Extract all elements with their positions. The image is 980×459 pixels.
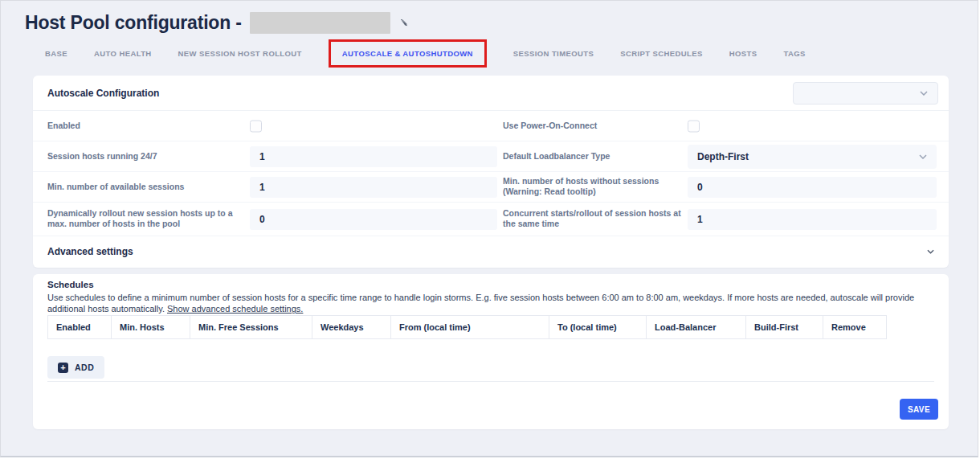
col-build-first: Build-First: [746, 316, 823, 339]
tab-auto-health[interactable]: AUTO HEALTH: [94, 49, 152, 58]
default-loadbalancer-type-select[interactable]: Depth-First: [688, 145, 937, 169]
tab-session-timeouts[interactable]: SESSION TIMEOUTS: [513, 49, 594, 58]
session-hosts-247-input[interactable]: [250, 146, 497, 167]
min-available-sessions-label: Min. number of available sessions: [47, 182, 242, 193]
form-row-min-available-sessions: Min. number of available sessions Min. n…: [33, 172, 949, 203]
plus-icon: +: [58, 363, 68, 373]
page-title: Host Pool configuration -: [25, 12, 242, 34]
form-row-dynamic-rollout: Dynamically rollout new session hosts up…: [33, 203, 949, 236]
dynamic-rollout-label: Dynamically rollout new session hosts up…: [47, 208, 242, 230]
col-load-balancer: Load-Balancer: [647, 316, 746, 339]
dynamic-rollout-input[interactable]: [250, 209, 497, 230]
col-weekdays: Weekdays: [312, 316, 391, 339]
redacted-hostpool-name: [250, 12, 390, 34]
concurrent-starts-control: [688, 209, 937, 230]
min-hosts-without-sessions-control: [688, 177, 937, 198]
use-power-on-connect-control: [688, 120, 937, 132]
autoscale-profile-select[interactable]: [793, 82, 938, 105]
enabled-control: [250, 120, 497, 132]
show-advanced-schedule-settings-link[interactable]: Show advanced schedule settings.: [167, 304, 303, 314]
chevron-down-icon: [919, 154, 927, 159]
advanced-settings-title: Advanced settings: [47, 246, 133, 257]
advanced-settings-toggle[interactable]: Advanced settings: [33, 236, 949, 267]
save-button[interactable]: SAVE: [900, 399, 938, 420]
autoscale-card-header: Autoscale Configuration: [33, 76, 949, 111]
use-power-on-connect-checkbox[interactable]: [688, 120, 700, 132]
schedules-table: Enabled Min. Hosts Min. Free Sessions We…: [47, 315, 887, 339]
autoscale-section-title: Autoscale Configuration: [47, 88, 159, 99]
edit-icon[interactable]: [398, 17, 410, 29]
default-loadbalancer-type-control: Depth-First: [688, 145, 937, 169]
col-min-hosts: Min. Hosts: [112, 316, 190, 339]
autoscale-configuration-card: Autoscale Configuration Enabled Use Powe…: [33, 76, 949, 268]
tab-autoscale-autoshutdown[interactable]: AUTOSCALE & AUTOSHUTDOWN: [329, 39, 487, 68]
session-hosts-247-control: [250, 146, 497, 167]
col-enabled: Enabled: [48, 316, 112, 339]
config-tabs: BASE AUTO HEALTH NEW SESSION HOST ROLLOU…: [45, 38, 806, 68]
use-power-on-connect-label: Use Power-On-Connect: [503, 121, 686, 132]
schedules-title: Schedules: [47, 280, 94, 289]
enabled-label: Enabled: [47, 121, 242, 132]
col-remove: Remove: [823, 316, 887, 339]
tab-base[interactable]: BASE: [45, 49, 67, 58]
min-hosts-without-sessions-input[interactable]: [688, 177, 937, 198]
form-row-session-hosts-247: Session hosts running 24/7 Default Loadb…: [33, 141, 949, 172]
default-loadbalancer-type-value: Depth-First: [697, 151, 749, 162]
col-to-local-time: To (local time): [549, 316, 647, 339]
concurrent-starts-input[interactable]: [688, 209, 937, 230]
col-min-free-sessions: Min. Free Sessions: [190, 316, 312, 339]
min-hosts-without-sessions-label: Min. number of hosts without sessions (W…: [503, 176, 686, 198]
tab-script-schedules[interactable]: SCRIPT SCHEDULES: [620, 49, 702, 58]
page-title-bar: Host Pool configuration -: [25, 12, 410, 34]
chevron-down-icon: [927, 249, 934, 254]
min-available-sessions-control: [250, 177, 497, 198]
form-row-enabled: Enabled Use Power-On-Connect: [33, 111, 949, 141]
footer-divider: [47, 381, 934, 382]
tab-hosts[interactable]: HOSTS: [729, 49, 757, 58]
col-from-local-time: From (local time): [391, 316, 549, 339]
host-pool-configuration-page: Host Pool configuration - BASE AUTO HEAL…: [0, 0, 978, 457]
dynamic-rollout-control: [250, 209, 497, 230]
chevron-down-icon: [920, 91, 928, 96]
schedules-description: Use schedules to define a minimum number…: [47, 292, 936, 315]
add-button-label: ADD: [75, 363, 94, 372]
session-hosts-247-label: Session hosts running 24/7: [47, 151, 242, 162]
add-schedule-button[interactable]: + ADD: [47, 356, 104, 379]
schedules-card: Schedules Use schedules to define a mini…: [33, 274, 949, 429]
concurrent-starts-label: Concurrent starts/rollout of session hos…: [503, 208, 686, 230]
tab-tags[interactable]: TAGS: [783, 49, 805, 58]
schedules-table-header-row: Enabled Min. Hosts Min. Free Sessions We…: [48, 316, 887, 339]
tab-new-session-host-rollout[interactable]: NEW SESSION HOST ROLLOUT: [178, 49, 302, 58]
enabled-checkbox[interactable]: [250, 120, 262, 132]
min-available-sessions-input[interactable]: [250, 177, 497, 198]
default-loadbalancer-type-label: Default Loadbalancer Type: [503, 151, 686, 162]
